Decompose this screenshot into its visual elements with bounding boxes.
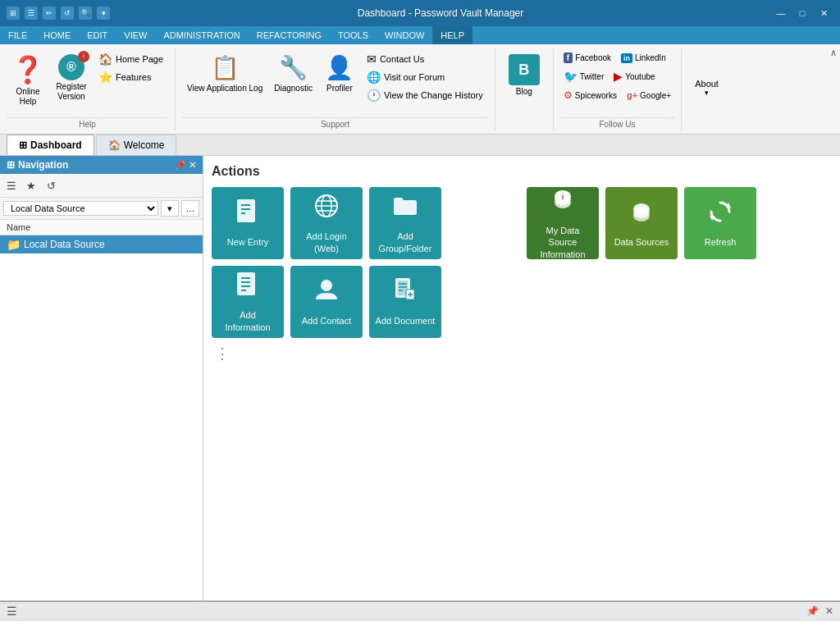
datasource-select[interactable]: Local Data Source xyxy=(3,201,158,216)
bottom-menu-icon[interactable]: ☰ xyxy=(7,605,17,618)
follow-row-2: 🐦 Twitter ▶ Youtube xyxy=(560,68,674,84)
app-icon-6[interactable]: ▾ xyxy=(97,7,110,20)
visit-forum-label: Visit our Forum xyxy=(384,72,445,82)
facebook-button[interactable]: f Facebook xyxy=(560,51,614,65)
about-button[interactable]: About ▾ xyxy=(688,51,725,100)
facebook-label: Facebook xyxy=(575,53,611,62)
add-document-button[interactable]: Add Document xyxy=(369,266,441,338)
view-app-log-label: View Application Log xyxy=(187,84,262,94)
add-group-folder-button[interactable]: AddGroup/Folder xyxy=(369,187,441,259)
bottom-panel-header: ☰ 📌 ✕ xyxy=(0,602,840,621)
diagnostic-label: Diagnostic xyxy=(274,84,313,94)
menu-tools[interactable]: TOOLS xyxy=(330,26,377,44)
app-icon-1[interactable]: ⊞ xyxy=(7,7,20,20)
visit-forum-icon: 🌐 xyxy=(367,71,381,84)
new-entry-button[interactable]: New Entry xyxy=(212,187,284,259)
profiler-button[interactable]: 👤 Profiler xyxy=(319,51,360,97)
refresh-button[interactable]: Refresh xyxy=(684,187,756,259)
add-contact-button[interactable]: Add Contact xyxy=(290,266,363,338)
register-version-button[interactable]: ® ! RegisterVersion xyxy=(51,51,92,105)
folder-icon: 📁 xyxy=(7,238,21,251)
action-buttons-row-1: New Entry Add Login(Web) AddGroup/Folder xyxy=(212,187,832,259)
features-icon: ⭐ xyxy=(98,71,112,84)
blog-button[interactable]: B Blog xyxy=(502,51,546,99)
close-button[interactable]: ✕ xyxy=(814,5,833,21)
refresh-label: Refresh xyxy=(705,236,737,248)
minimize-button[interactable]: — xyxy=(771,5,791,21)
nav-title: Navigation xyxy=(18,159,68,171)
follow-group-label: Follow Us xyxy=(560,117,674,129)
datasource-more-button[interactable]: … xyxy=(181,200,199,217)
nav-item-local-datasource[interactable]: 📁 Local Data Source xyxy=(0,235,203,253)
app-icon-4[interactable]: ↺ xyxy=(61,7,74,20)
bottom-pin-icon[interactable]: 📌 xyxy=(806,605,819,617)
add-information-icon xyxy=(234,271,262,306)
twitter-icon: 🐦 xyxy=(564,70,578,83)
ribbon-group-about: About ▾ _ xyxy=(682,48,732,130)
app-icon-3[interactable]: ✏ xyxy=(43,7,56,20)
youtube-button[interactable]: ▶ Youtube xyxy=(610,68,658,84)
contact-us-button[interactable]: ✉ Contact Us xyxy=(362,51,488,67)
tab-dashboard[interactable]: ⊞ Dashboard xyxy=(7,135,94,155)
view-app-log-button[interactable]: 📋 View Application Log xyxy=(182,51,267,97)
tab-welcome[interactable]: 🏠 Welcome xyxy=(96,135,177,155)
online-help-button[interactable]: ❓ OnlineHelp xyxy=(7,51,49,110)
diagnostic-button[interactable]: 🔧 Diagnostic xyxy=(269,51,317,97)
ribbon-group-blog: B Blog _ xyxy=(495,48,554,130)
add-login-web-button[interactable]: Add Login(Web) xyxy=(290,187,363,259)
visit-forum-button[interactable]: 🌐 Visit our Forum xyxy=(362,69,488,85)
linkedin-button[interactable]: in LinkedIn xyxy=(618,51,669,65)
dots-menu: ⋮ xyxy=(212,345,832,363)
menu-refactoring[interactable]: REFACTORING xyxy=(249,26,330,44)
data-sources-label: Data Sources xyxy=(614,236,669,248)
nav-favorites-button[interactable]: ★ xyxy=(22,176,40,194)
online-help-icon: ❓ xyxy=(11,54,44,85)
app-icon-5[interactable]: 🔍 xyxy=(79,7,92,20)
home-page-button[interactable]: 🏠 Home Page xyxy=(94,51,168,67)
ribbon-collapse-button[interactable]: ∧ xyxy=(830,48,837,130)
svg-point-15 xyxy=(633,203,650,215)
menu-edit[interactable]: EDIT xyxy=(79,26,116,44)
add-group-folder-icon xyxy=(391,192,419,227)
nav-list-view-button[interactable]: ☰ xyxy=(2,176,21,194)
nav-datasource-bar: Local Data Source ▾ … xyxy=(0,198,203,220)
change-history-button[interactable]: 🕐 View the Change History xyxy=(362,87,488,103)
ribbon-support-small: ✉ Contact Us 🌐 Visit our Forum 🕐 View th… xyxy=(362,51,488,103)
googleplus-button[interactable]: g+ Google+ xyxy=(623,88,674,103)
more-options-icon[interactable]: ⋮ xyxy=(212,342,233,365)
nav-close-icon[interactable]: ✕ xyxy=(189,160,196,171)
menu-window[interactable]: WINDOW xyxy=(377,26,432,44)
menu-administration[interactable]: ADMINISTRATION xyxy=(155,26,248,44)
nav-history-button[interactable]: ↺ xyxy=(42,176,60,194)
data-sources-button[interactable]: Data Sources xyxy=(605,187,678,259)
add-information-button[interactable]: AddInformation xyxy=(212,266,284,338)
menu-file[interactable]: FILE xyxy=(0,26,35,44)
linkedin-label: LinkedIn xyxy=(635,53,666,62)
tabs-bar: ⊞ Dashboard 🏠 Welcome xyxy=(0,135,840,156)
nav-pin-icon[interactable]: 📌 xyxy=(175,160,186,171)
googleplus-label: Google+ xyxy=(640,91,671,100)
bottom-close-icon[interactable]: ✕ xyxy=(825,605,833,617)
datasource-options-button[interactable]: ▾ xyxy=(161,200,179,217)
menu-home[interactable]: HOME xyxy=(35,26,79,44)
ribbon-help-small: 🏠 Home Page ⭐ Features xyxy=(94,51,168,85)
welcome-tab-label: Welcome xyxy=(124,139,165,151)
register-badge: ! xyxy=(78,51,89,62)
contact-us-icon: ✉ xyxy=(367,52,377,66)
action-buttons-row-2: AddInformation Add Contact Add Document xyxy=(212,266,832,338)
features-button[interactable]: ⭐ Features xyxy=(94,69,168,85)
spacer-1 xyxy=(448,187,520,259)
spiceworks-button[interactable]: ⚙ Spiceworks xyxy=(560,88,620,103)
linkedin-icon: in xyxy=(621,53,632,63)
menu-view[interactable]: VIEW xyxy=(116,26,155,44)
nav-name-header: Name xyxy=(0,220,203,235)
maximize-button[interactable]: □ xyxy=(792,5,812,21)
bottom-panel: ☰ 📌 ✕ xyxy=(0,600,840,630)
new-entry-label: New Entry xyxy=(227,236,269,248)
menu-help[interactable]: HELP xyxy=(432,26,472,44)
diagnostic-icon: 🔧 xyxy=(279,54,308,82)
dashboard-tab-icon: ⊞ xyxy=(19,139,27,151)
app-icon-2[interactable]: ☰ xyxy=(25,7,38,20)
twitter-button[interactable]: 🐦 Twitter xyxy=(560,68,607,84)
my-datasource-info-button[interactable]: i My Data SourceInformation xyxy=(527,187,599,259)
